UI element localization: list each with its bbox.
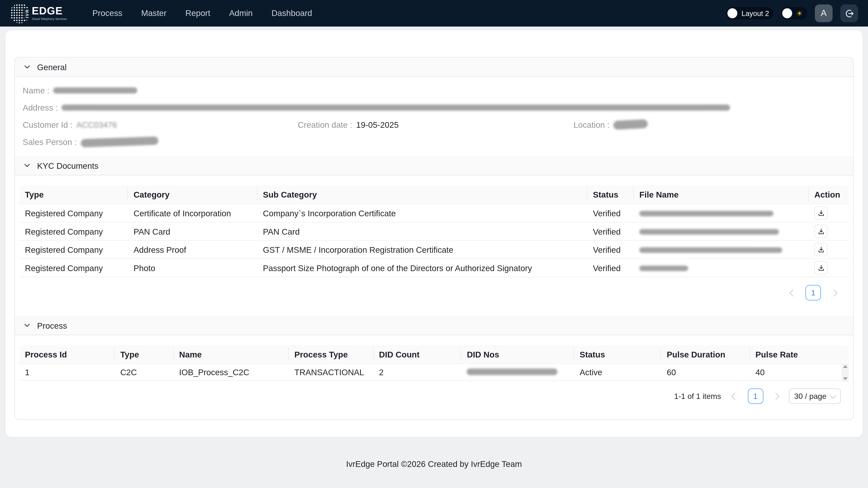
process-col-did-count: DID Count (373, 345, 461, 364)
logout-icon (844, 8, 854, 18)
cell-type: Registered Company (19, 259, 128, 277)
scroll-up-icon (843, 365, 847, 368)
cell-category: PAN Card (128, 222, 257, 240)
address-label: Address : (23, 103, 58, 112)
download-button[interactable] (814, 225, 828, 238)
menu-item-dashboard[interactable]: Dashboard (272, 0, 312, 27)
top-nav: IVR EDGE Cloud Telephony Services Proces… (0, 0, 868, 27)
scroll-down-icon (843, 378, 847, 380)
cell-file-name (634, 222, 809, 240)
file-name-redacted (639, 265, 688, 271)
prev-page-button[interactable] (785, 286, 800, 300)
name-value-redacted (53, 87, 137, 93)
next-page-button[interactable] (769, 389, 783, 403)
logout-button[interactable] (840, 4, 858, 22)
theme-toggle[interactable]: ☀ (781, 7, 807, 19)
table-row: Registered Company Photo Passport Size P… (19, 259, 849, 277)
general-row-name: Name : (23, 85, 845, 96)
sales-person-label: Sales Person : (23, 137, 77, 147)
chevron-right-icon (830, 289, 837, 296)
cell-type: Registered Company (19, 204, 128, 222)
download-button[interactable] (814, 261, 828, 274)
kyc-col-action: Action (809, 185, 849, 204)
address-value-redacted (62, 104, 731, 110)
section-title-process: Process (37, 321, 67, 330)
section-header-kyc[interactable]: KYC Documents (15, 156, 853, 175)
process-table-wrap: Process Id Type Name Process Type DID Co… (15, 335, 853, 420)
kyc-header-row: Type Category Sub Category Status File N… (19, 185, 849, 204)
process-col-process-type: Process Type (289, 345, 373, 364)
menu-item-report[interactable]: Report (185, 0, 210, 27)
download-icon (817, 264, 825, 271)
cell-pulse-rate: 40 (750, 364, 848, 380)
page-button-active[interactable]: 1 (805, 285, 821, 300)
location-group: Location : (574, 120, 845, 129)
name-label: Name : (23, 86, 50, 95)
cell-process-id: 1 (19, 364, 115, 380)
menu-item-master[interactable]: Master (141, 0, 167, 27)
process-col-pulse-rate: Pulse Rate (750, 345, 848, 364)
brand-logo-text: IVR EDGE Cloud Telephony Services (22, 5, 68, 21)
avatar[interactable]: A (815, 4, 833, 22)
process-col-id: Process Id (19, 345, 115, 364)
cell-name: IOB_Process_C2C (174, 364, 289, 380)
page-size-select[interactable]: 30 / page (789, 388, 841, 404)
cell-action (809, 259, 849, 277)
brand-edge: EDGE (32, 5, 63, 17)
next-page-button[interactable] (827, 286, 841, 300)
cell-type: Registered Company (19, 222, 128, 240)
general-row-sales: Sales Person : (23, 136, 845, 147)
cell-sub-category: Company`s Incorporation Certificate (257, 204, 587, 222)
cell-type: C2C (115, 364, 174, 380)
general-row-address: Address : (23, 102, 845, 113)
collapse-panel: General Name : Address : Customer Id : A… (14, 57, 854, 420)
section-header-general[interactable]: General (15, 58, 853, 77)
brand-ivr: IVR (24, 8, 30, 19)
table-row: 1 C2C IOB_Process_C2C TRANSACTIONAL 2 Ac… (19, 364, 849, 380)
menu-item-admin[interactable]: Admin (229, 0, 252, 27)
toggle-knob (728, 8, 738, 18)
page-size-value: 30 / page (794, 392, 827, 401)
chevron-right-icon (772, 393, 779, 400)
prev-page-button[interactable] (728, 389, 742, 403)
content-card: General Name : Address : Customer Id : A… (5, 30, 863, 437)
cell-status: Verified (587, 222, 634, 240)
customer-id-value: ACC03476 (76, 120, 117, 129)
page-button-active[interactable]: 1 (748, 388, 763, 404)
toggle-knob (782, 8, 793, 18)
kyc-col-file-name: File Name (634, 185, 809, 204)
download-button[interactable] (814, 243, 828, 256)
process-table: Process Id Type Name Process Type DID Co… (19, 345, 849, 381)
section-header-process[interactable]: Process (15, 316, 853, 335)
download-button[interactable] (814, 206, 828, 220)
cell-status: Active (574, 364, 661, 380)
table-row: Registered Company PAN Card PAN Card Ver… (19, 222, 849, 240)
main-menu: Process Master Report Admin Dashboard (92, 0, 312, 27)
kyc-pagination: 1 (19, 277, 849, 300)
process-col-name: Name (174, 345, 289, 364)
menu-item-process[interactable]: Process (92, 0, 122, 27)
cell-action (809, 222, 849, 240)
cell-sub-category: Passport Size Photograph of one of the D… (257, 259, 587, 277)
kyc-table-wrap: Type Category Sub Category Status File N… (15, 175, 853, 316)
process-header-row: Process Id Type Name Process Type DID Co… (19, 345, 849, 364)
app-viewport: IVR EDGE Cloud Telephony Services Proces… (0, 0, 868, 488)
process-col-status: Status (574, 345, 661, 364)
process-col-pulse-duration: Pulse Duration (661, 345, 750, 364)
pagination-total: 1-1 of 1 items (674, 392, 721, 401)
layout-toggle[interactable]: Layout 2 (726, 7, 774, 19)
chevron-down-icon (24, 322, 31, 329)
cell-category: Photo (128, 259, 257, 277)
table-scrollbar[interactable] (841, 364, 848, 382)
footer-text: IvrEdge Portal ©2026 Created by IvrEdge … (0, 459, 868, 469)
cell-status: Verified (587, 204, 634, 222)
cell-action (809, 240, 849, 259)
kyc-col-status: Status (587, 185, 634, 204)
location-value-redacted (613, 119, 648, 130)
customer-id-label: Customer Id : (23, 120, 72, 129)
table-row: Registered Company Address Proof GST / M… (19, 240, 849, 259)
file-name-redacted (639, 229, 779, 234)
brand-logo[interactable]: IVR EDGE Cloud Telephony Services (10, 1, 68, 26)
process-col-type: Type (115, 345, 174, 364)
brand-tagline: Cloud Telephony Services (32, 17, 67, 21)
